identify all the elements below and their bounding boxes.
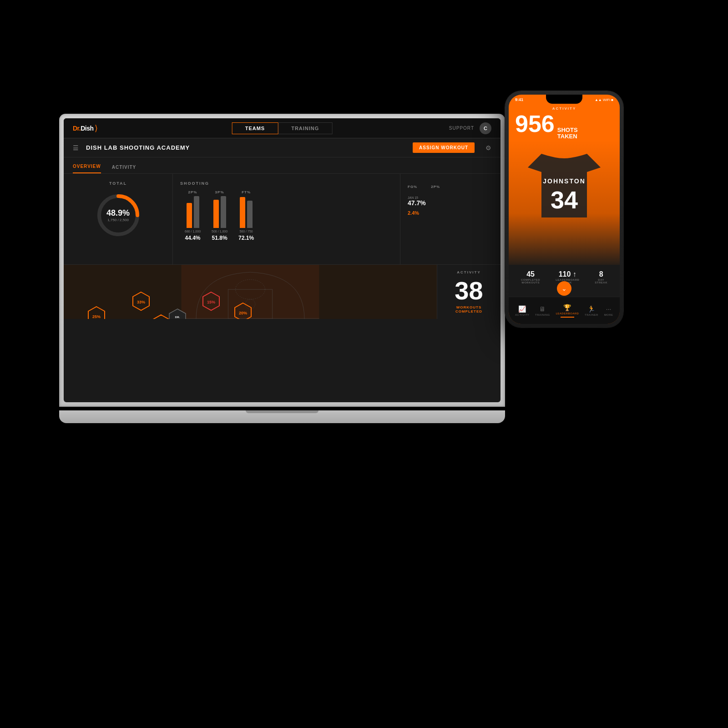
phone-bottom-nav: 📈 ACTIVITY 🖥 TRAINING 🏆 LEADERBOARD 🏃 (509, 297, 620, 324)
gear-icon[interactable]: ⚙ (485, 144, 491, 152)
activity-nav-icon: 📈 (518, 305, 526, 313)
bar-fraction-ft: 560 / 750 (239, 230, 253, 233)
nav-tabs: TEAMS TRAINING (232, 122, 333, 134)
zone-33: 33% (131, 291, 151, 313)
court-row: 25% 33% (64, 265, 500, 319)
total-fraction: 1,750 / 2,500 (106, 218, 130, 222)
bar-label-3p: 3P% (215, 190, 224, 194)
bar-label-ft: FT% (242, 190, 251, 194)
scene: Dr.Dish ⟩ TEAMS TRAINING SUPPORT C (0, 0, 728, 728)
trend-2p-change: 2.4% (408, 210, 493, 216)
bar-label-2p: 2P% (188, 190, 197, 194)
tab-activity[interactable]: ACTIVITY (112, 165, 136, 173)
trend-col-2p: 2P% (431, 185, 440, 189)
hamburger-icon[interactable]: ☰ (73, 144, 79, 152)
trainer-nav-label: TRAINER (585, 313, 598, 316)
shooting-panel: SHOOTING 2P% 680 / 1,000 44.4% (173, 174, 400, 264)
donut-center: 48.9% 1,750 / 2,500 (106, 208, 130, 222)
bar-fraction-3p: 500 / 1,000 (212, 230, 228, 233)
phone-nav-training[interactable]: 🖥 TRAINING (535, 305, 550, 316)
nav-right: SUPPORT C (449, 122, 491, 134)
phone-nav-more[interactable]: ··· MORE (604, 305, 613, 316)
bar-group-ft: FT% 560 / 750 72.1% (238, 190, 254, 241)
phone-nav-trainer[interactable]: 🏃 TRAINER (585, 305, 598, 316)
team-name: DISH LAB SHOOTING ACADEMY (86, 144, 190, 151)
assign-workout-button[interactable]: ASSIGN WORKOUT (413, 142, 475, 153)
zone-25: 25% (86, 306, 106, 319)
activity-label: ACTIVITY (457, 270, 480, 274)
phone-completed-workouts-label: COMPLETEDWORKOUTS (521, 278, 540, 284)
phone-notch (546, 95, 582, 104)
more-nav-icon: ··· (606, 305, 612, 313)
laptop-screen: Dr.Dish ⟩ TEAMS TRAINING SUPPORT C (64, 118, 500, 402)
phone-leaderboard-rank: 110 ↑ (556, 270, 579, 278)
zone-dr-dish: DR.DISH (167, 308, 187, 319)
phone-shots-text: SHOTSTAKEN (557, 127, 591, 140)
activity-number: 38 (455, 278, 483, 303)
trend-2p-label: 2P% (431, 185, 440, 189)
phone-outer: 9:41 ▲▲ WiFi ■ ACTIVITY 956 SHOTSTAKEN I… (505, 91, 623, 328)
trend-date: JAN 15 (408, 196, 493, 199)
nav-tab-teams[interactable]: TEAMS (232, 122, 278, 134)
bar-value-ft: 72.1% (238, 235, 254, 241)
laptop: Dr.Dish ⟩ TEAMS TRAINING SUPPORT C (59, 114, 505, 423)
leaderboard-nav-icon: 🏆 (563, 304, 571, 311)
phone-shots-number: 956 (515, 112, 555, 136)
total-title: TOTAL (109, 181, 127, 186)
svg-marker-9 (153, 315, 169, 319)
jersey-shape: JOHNSTON 34 (528, 145, 601, 227)
view-tabs: OVERVIEW ACTIVITY (64, 157, 500, 174)
phone-status-icons: ▲▲ WiFi ■ (595, 98, 613, 102)
bar-group-2p: 2P% 680 / 1,000 44.4% (185, 190, 201, 241)
bar-ft-gray (247, 201, 253, 228)
phone-expand-button[interactable]: ⌄ (557, 281, 571, 296)
phone-screen: 9:41 ▲▲ WiFi ■ ACTIVITY 956 SHOTSTAKEN I… (509, 95, 620, 324)
nav-active-indicator (561, 317, 574, 318)
laptop-base-notch (246, 410, 318, 413)
bars-pair-ft (240, 196, 253, 228)
training-nav-icon: 🖥 (539, 305, 546, 313)
trend-fg-percent: 47.7% (408, 199, 493, 207)
user-avatar[interactable]: C (480, 122, 491, 134)
total-panel: TOTAL 48.9% 1,750 / 2,500 (64, 174, 173, 264)
donut-chart: 48.9% 1,750 / 2,500 (93, 190, 143, 240)
trend-fg-label: FG% (408, 185, 417, 189)
court-panel: 25% 33% (64, 265, 437, 319)
logo-area: Dr.Dish ⟩ (73, 123, 146, 133)
support-button[interactable]: SUPPORT (449, 126, 474, 131)
phone-time: 9:41 (515, 97, 523, 102)
bar-fraction-2p: 680 / 1,000 (185, 230, 201, 233)
app-header: Dr.Dish ⟩ TEAMS TRAINING SUPPORT C (64, 118, 500, 138)
phone-shots-area: 956 SHOTSTAKEN IN THE LAST 30 DAYS (515, 112, 590, 143)
tab-overview[interactable]: OVERVIEW (73, 164, 101, 173)
phone-nav-activity[interactable]: 📈 ACTIVITY (515, 305, 529, 316)
trainer-nav-icon: 🏃 (587, 305, 595, 313)
zone-20: 20% (233, 302, 253, 319)
phone-streak-label: DAYSTREAK (595, 278, 607, 284)
phone-activity-label: ACTIVITY (509, 106, 620, 111)
activity-sublabel: WORKOUTSCOMPLETED (455, 305, 482, 313)
bar-2p-orange (187, 203, 192, 228)
bar-3p-orange (213, 200, 219, 228)
logo-arrow: ⟩ (95, 123, 98, 133)
phone-completed-workouts: 45 (521, 270, 540, 278)
zone-15: 15% (201, 291, 221, 313)
phone-nav-leaderboard[interactable]: 🏆 LEADERBOARD (556, 304, 579, 318)
phone-stat-workouts: 45 COMPLETEDWORKOUTS (521, 270, 540, 284)
training-nav-label: TRAINING (535, 313, 550, 316)
activity-panel: ACTIVITY 38 WORKOUTSCOMPLETED (437, 265, 500, 319)
total-percent: 48.9% (106, 208, 130, 218)
bar-value-3p: 51.8% (212, 235, 228, 241)
bar-2p-gray (194, 196, 199, 228)
bar-value-2p: 44.4% (185, 235, 201, 241)
activity-nav-label: ACTIVITY (515, 313, 529, 316)
laptop-screen-outer: Dr.Dish ⟩ TEAMS TRAINING SUPPORT C (59, 114, 505, 407)
nav-tab-training[interactable]: TRAINING (278, 122, 332, 134)
bar-3p-gray (221, 196, 226, 228)
svg-text:JOHNSTON: JOHNSTON (543, 177, 586, 185)
phone-stat-streak: 8 DAYSTREAK (595, 270, 607, 284)
bar-ft-orange (240, 197, 245, 228)
laptop-base (59, 410, 505, 423)
bars-pair-2p (187, 196, 199, 228)
leaderboard-nav-label: LEADERBOARD (556, 312, 579, 315)
